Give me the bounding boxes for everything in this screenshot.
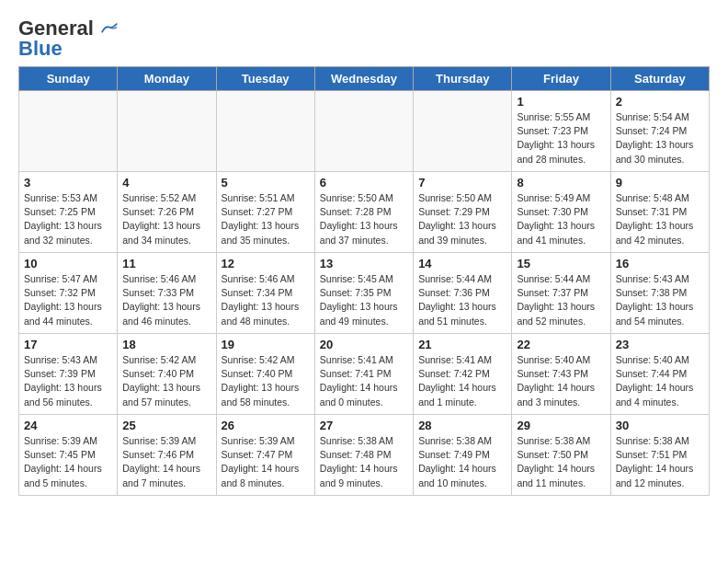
weekday-header-sunday: Sunday <box>19 67 118 91</box>
calendar-cell: 12Sunrise: 5:46 AM Sunset: 7:34 PM Dayli… <box>216 253 314 334</box>
calendar-table: SundayMondayTuesdayWednesdayThursdayFrid… <box>18 66 710 496</box>
calendar-cell <box>19 91 118 172</box>
weekday-header-tuesday: Tuesday <box>216 67 314 91</box>
day-number: 14 <box>418 257 506 270</box>
calendar-cell: 17Sunrise: 5:43 AM Sunset: 7:39 PM Dayli… <box>19 334 118 415</box>
day-info: Sunrise: 5:43 AM Sunset: 7:39 PM Dayligh… <box>24 353 112 409</box>
calendar-cell: 4Sunrise: 5:52 AM Sunset: 7:26 PM Daylig… <box>118 172 216 253</box>
day-number: 26 <box>222 419 310 432</box>
day-info: Sunrise: 5:50 AM Sunset: 7:28 PM Dayligh… <box>320 191 408 247</box>
logo: General Blue <box>18 15 118 59</box>
day-info: Sunrise: 5:50 AM Sunset: 7:29 PM Dayligh… <box>418 191 506 247</box>
day-info: Sunrise: 5:40 AM Sunset: 7:43 PM Dayligh… <box>517 353 605 409</box>
calendar-cell: 23Sunrise: 5:40 AM Sunset: 7:44 PM Dayli… <box>610 334 709 415</box>
day-number: 30 <box>616 419 704 432</box>
page-header: General Blue <box>18 15 710 59</box>
day-info: Sunrise: 5:44 AM Sunset: 7:37 PM Dayligh… <box>517 272 605 328</box>
day-info: Sunrise: 5:39 AM Sunset: 7:47 PM Dayligh… <box>222 434 310 490</box>
day-info: Sunrise: 5:45 AM Sunset: 7:35 PM Dayligh… <box>320 272 408 328</box>
day-number: 7 <box>418 176 506 190</box>
day-number: 1 <box>517 95 605 109</box>
calendar-cell: 9Sunrise: 5:48 AM Sunset: 7:31 PM Daylig… <box>610 172 709 253</box>
day-info: Sunrise: 5:41 AM Sunset: 7:42 PM Dayligh… <box>418 353 506 409</box>
day-number: 18 <box>122 338 210 351</box>
day-info: Sunrise: 5:54 AM Sunset: 7:24 PM Dayligh… <box>616 110 704 167</box>
day-info: Sunrise: 5:41 AM Sunset: 7:41 PM Dayligh… <box>320 353 408 409</box>
day-info: Sunrise: 5:55 AM Sunset: 7:23 PM Dayligh… <box>517 110 605 167</box>
calendar-cell: 5Sunrise: 5:51 AM Sunset: 7:27 PM Daylig… <box>216 172 314 253</box>
calendar-cell: 28Sunrise: 5:38 AM Sunset: 7:49 PM Dayli… <box>414 415 512 496</box>
day-number: 17 <box>24 338 112 351</box>
calendar-week-row: 10Sunrise: 5:47 AM Sunset: 7:32 PM Dayli… <box>19 253 710 334</box>
logo-bird-icon <box>101 22 118 35</box>
calendar-cell: 26Sunrise: 5:39 AM Sunset: 7:47 PM Dayli… <box>216 415 314 496</box>
day-number: 15 <box>517 257 605 270</box>
calendar-cell: 30Sunrise: 5:38 AM Sunset: 7:51 PM Dayli… <box>610 415 709 496</box>
day-info: Sunrise: 5:38 AM Sunset: 7:51 PM Dayligh… <box>616 434 704 490</box>
calendar-cell <box>216 91 314 172</box>
day-info: Sunrise: 5:48 AM Sunset: 7:31 PM Dayligh… <box>616 191 704 247</box>
day-info: Sunrise: 5:53 AM Sunset: 7:25 PM Dayligh… <box>24 191 112 247</box>
calendar-cell <box>414 91 512 172</box>
day-number: 2 <box>616 95 704 109</box>
day-number: 16 <box>616 257 704 270</box>
day-info: Sunrise: 5:39 AM Sunset: 7:46 PM Dayligh… <box>122 434 210 490</box>
day-info: Sunrise: 5:42 AM Sunset: 7:40 PM Dayligh… <box>122 353 210 409</box>
day-info: Sunrise: 5:52 AM Sunset: 7:26 PM Dayligh… <box>122 191 210 247</box>
calendar-week-row: 24Sunrise: 5:39 AM Sunset: 7:45 PM Dayli… <box>19 415 710 496</box>
day-number: 6 <box>320 176 408 190</box>
calendar-cell: 24Sunrise: 5:39 AM Sunset: 7:45 PM Dayli… <box>19 415 118 496</box>
day-info: Sunrise: 5:47 AM Sunset: 7:32 PM Dayligh… <box>24 272 112 328</box>
calendar-week-row: 1Sunrise: 5:55 AM Sunset: 7:23 PM Daylig… <box>19 91 710 172</box>
day-number: 3 <box>24 176 112 190</box>
day-info: Sunrise: 5:46 AM Sunset: 7:33 PM Dayligh… <box>122 272 210 328</box>
calendar-cell: 21Sunrise: 5:41 AM Sunset: 7:42 PM Dayli… <box>414 334 512 415</box>
calendar-cell: 22Sunrise: 5:40 AM Sunset: 7:43 PM Dayli… <box>512 334 610 415</box>
day-info: Sunrise: 5:46 AM Sunset: 7:34 PM Dayligh… <box>222 272 310 328</box>
calendar-cell <box>118 91 216 172</box>
day-info: Sunrise: 5:38 AM Sunset: 7:48 PM Dayligh… <box>320 434 408 490</box>
day-number: 29 <box>517 419 605 432</box>
day-number: 4 <box>122 176 210 190</box>
day-info: Sunrise: 5:38 AM Sunset: 7:49 PM Dayligh… <box>418 434 506 490</box>
day-number: 9 <box>616 176 704 190</box>
calendar-cell: 15Sunrise: 5:44 AM Sunset: 7:37 PM Dayli… <box>512 253 610 334</box>
weekday-header-wednesday: Wednesday <box>314 67 413 91</box>
day-info: Sunrise: 5:42 AM Sunset: 7:40 PM Dayligh… <box>222 353 310 409</box>
day-info: Sunrise: 5:49 AM Sunset: 7:30 PM Dayligh… <box>517 191 605 247</box>
calendar-cell: 6Sunrise: 5:50 AM Sunset: 7:28 PM Daylig… <box>314 172 413 253</box>
calendar-cell: 19Sunrise: 5:42 AM Sunset: 7:40 PM Dayli… <box>216 334 314 415</box>
calendar-cell: 29Sunrise: 5:38 AM Sunset: 7:50 PM Dayli… <box>512 415 610 496</box>
calendar-cell: 25Sunrise: 5:39 AM Sunset: 7:46 PM Dayli… <box>118 415 216 496</box>
calendar-cell: 3Sunrise: 5:53 AM Sunset: 7:25 PM Daylig… <box>19 172 118 253</box>
day-number: 25 <box>122 419 210 432</box>
day-info: Sunrise: 5:44 AM Sunset: 7:36 PM Dayligh… <box>418 272 506 328</box>
day-number: 28 <box>418 419 506 432</box>
calendar-cell: 2Sunrise: 5:54 AM Sunset: 7:24 PM Daylig… <box>610 91 709 172</box>
calendar-week-row: 17Sunrise: 5:43 AM Sunset: 7:39 PM Dayli… <box>19 334 710 415</box>
day-info: Sunrise: 5:39 AM Sunset: 7:45 PM Dayligh… <box>24 434 112 490</box>
day-number: 21 <box>418 338 506 351</box>
calendar-cell: 18Sunrise: 5:42 AM Sunset: 7:40 PM Dayli… <box>118 334 216 415</box>
day-info: Sunrise: 5:38 AM Sunset: 7:50 PM Dayligh… <box>517 434 605 490</box>
calendar-cell: 8Sunrise: 5:49 AM Sunset: 7:30 PM Daylig… <box>512 172 610 253</box>
calendar-cell: 10Sunrise: 5:47 AM Sunset: 7:32 PM Dayli… <box>19 253 118 334</box>
calendar-cell: 14Sunrise: 5:44 AM Sunset: 7:36 PM Dayli… <box>414 253 512 334</box>
calendar-cell: 1Sunrise: 5:55 AM Sunset: 7:23 PM Daylig… <box>512 91 610 172</box>
day-number: 11 <box>122 257 210 270</box>
day-info: Sunrise: 5:51 AM Sunset: 7:27 PM Dayligh… <box>222 191 310 247</box>
day-number: 12 <box>222 257 310 270</box>
calendar-cell <box>314 91 413 172</box>
weekday-header-monday: Monday <box>118 67 216 91</box>
day-number: 5 <box>222 176 310 190</box>
weekday-header-row: SundayMondayTuesdayWednesdayThursdayFrid… <box>19 67 710 91</box>
calendar-cell: 27Sunrise: 5:38 AM Sunset: 7:48 PM Dayli… <box>314 415 413 496</box>
day-number: 23 <box>616 338 704 351</box>
calendar-cell: 13Sunrise: 5:45 AM Sunset: 7:35 PM Dayli… <box>314 253 413 334</box>
calendar-week-row: 3Sunrise: 5:53 AM Sunset: 7:25 PM Daylig… <box>19 172 710 253</box>
calendar-cell: 20Sunrise: 5:41 AM Sunset: 7:41 PM Dayli… <box>314 334 413 415</box>
day-number: 27 <box>320 419 408 432</box>
calendar-cell: 16Sunrise: 5:43 AM Sunset: 7:38 PM Dayli… <box>610 253 709 334</box>
calendar-cell: 11Sunrise: 5:46 AM Sunset: 7:33 PM Dayli… <box>118 253 216 334</box>
day-info: Sunrise: 5:43 AM Sunset: 7:38 PM Dayligh… <box>616 272 704 328</box>
